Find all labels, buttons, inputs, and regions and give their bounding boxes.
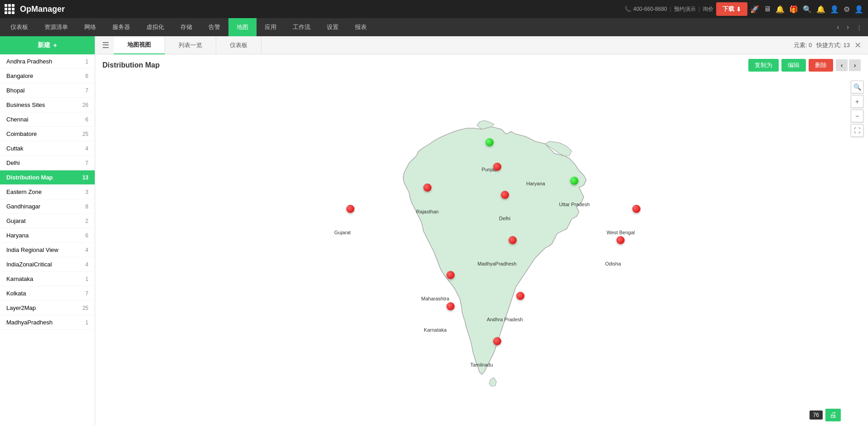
edit-button[interactable]: 编辑 — [781, 59, 806, 72]
sidebar-item-kolkata[interactable]: Kolkata 7 — [0, 286, 95, 301]
sidebar-item-andhra[interactable]: Andhra Pradhesh 1 — [0, 54, 95, 69]
map-fullscreen-button[interactable]: ⛶ — [851, 124, 863, 137]
notification-icon[interactable]: 🔔 — [816, 5, 825, 14]
nav-report[interactable]: 报表 — [347, 18, 375, 36]
sidebar-item-gujarat[interactable]: Gujarat 2 — [0, 214, 95, 228]
sidebar-item-madhya[interactable]: MadhyaPradhesh 1 — [0, 315, 95, 330]
sidebar-item-bhopal[interactable]: Bhopal 7 — [0, 83, 95, 98]
phone-info: 📞 400-660-8680 — [625, 6, 667, 12]
sidebar-item-gandhinagar[interactable]: Gandhinagar 8 — [0, 199, 95, 214]
item-count: 1 — [85, 319, 88, 326]
item-name: Karnataka — [6, 275, 33, 282]
download-button[interactable]: 下载 ⬇ — [716, 2, 747, 16]
item-count: 13 — [82, 174, 88, 181]
rocket-icon[interactable]: 🚀 — [750, 5, 759, 14]
sidebar-item-cuttak[interactable]: Cuttak 4 — [0, 141, 95, 156]
dot-gujarat[interactable] — [346, 205, 354, 213]
sidebar-item-bangalore[interactable]: Bangalore 6 — [0, 69, 95, 83]
map-search-button[interactable]: 🔍 — [851, 81, 863, 93]
sidebar-item-india-zonal[interactable]: IndiaZonalCritical 4 — [0, 257, 95, 272]
nav-dashboard[interactable]: 仪表板 — [2, 18, 36, 36]
tabs-right: 元素: 0 快捷方式: 13 ✕ — [794, 40, 866, 50]
nav-resources[interactable]: 资源清单 — [36, 18, 76, 36]
tab-map-view[interactable]: 地图视图 — [114, 36, 165, 54]
nav-app[interactable]: 应用 — [257, 18, 285, 36]
nav-next-icon[interactable]: › — [843, 23, 853, 31]
tabs-bar: ☰ 地图视图 列表一览 仪表板 元素: 0 快捷方式: 13 ✕ — [95, 36, 868, 54]
nav-workflow[interactable]: 工作流 — [285, 18, 319, 36]
copy-button[interactable]: 复制为 — [748, 59, 779, 72]
nav-bar: 仪表板 资源清单 网络 服务器 虚拟化 存储 告警 地图 应用 工作流 设置 报… — [0, 18, 868, 36]
nav-settings[interactable]: 设置 — [319, 18, 347, 36]
delete-button[interactable]: 删除 — [809, 59, 833, 72]
item-count: 7 — [85, 87, 88, 94]
dot-odisha[interactable] — [616, 236, 625, 244]
dot-up[interactable] — [570, 177, 578, 185]
nav-storage[interactable]: 存储 — [172, 18, 200, 36]
tab-list-view[interactable]: 列表一览 — [165, 36, 216, 54]
dot-karnataka[interactable] — [446, 302, 455, 310]
map-zoom-in-button[interactable]: + — [851, 95, 863, 108]
nav-network[interactable]: 网络 — [76, 18, 104, 36]
search-icon[interactable]: 🔍 — [803, 5, 812, 14]
map-zoom-out-button[interactable]: − — [851, 110, 863, 122]
app-title: OpManager — [20, 5, 65, 14]
nav-server[interactable]: 服务器 — [104, 18, 138, 36]
sidebar-item-delhi[interactable]: Delhi 7 — [0, 156, 95, 170]
map-container[interactable]: Punjab Haryana Rajasthan Uttar Pradesh D… — [95, 76, 868, 425]
map-nav-arrows: ‹ › — [836, 59, 861, 71]
nav-alert[interactable]: 告警 — [200, 18, 228, 36]
trial-link[interactable]: 预约演示 — [674, 5, 696, 13]
map-next-button[interactable]: › — [849, 59, 861, 71]
item-name: Andhra Pradhesh — [6, 58, 52, 65]
bell-icon[interactable]: 🔔 — [776, 5, 785, 14]
dot-delhi[interactable] — [501, 191, 509, 199]
item-count: 6 — [85, 116, 88, 123]
dot-punjab[interactable] — [485, 138, 494, 146]
avatar-icon[interactable]: 👤 — [854, 5, 863, 14]
item-count: 6 — [85, 232, 88, 239]
sidebar-item-karnataka[interactable]: Karnataka 1 — [0, 272, 95, 286]
dot-tamilnadu[interactable] — [493, 337, 501, 345]
sidebar-list: Andhra Pradhesh 1 Bangalore 6 Bhopal 7 B… — [0, 54, 95, 425]
new-label: 新建 — [38, 41, 50, 49]
dot-wb[interactable] — [632, 205, 640, 213]
nav-more-icon[interactable]: ⋮ — [853, 24, 866, 31]
sidebar-item-chennai[interactable]: Chennai 6 — [0, 112, 95, 127]
dot-haryana[interactable] — [493, 163, 501, 171]
sidebar-item-eastern[interactable]: Eastern Zone 3 — [0, 185, 95, 199]
tab-list-label: 列表一览 — [179, 41, 202, 49]
dot-maharashtra[interactable] — [446, 271, 455, 279]
gift-icon[interactable]: 🎁 — [789, 5, 798, 14]
tab-back-icon[interactable]: ☰ — [97, 40, 114, 50]
grid-icon — [5, 4, 15, 14]
item-name: Coimbatore — [6, 130, 37, 137]
sidebar-item-haryana[interactable]: Haryana 6 — [0, 228, 95, 243]
nav-map[interactable]: 地图 — [228, 18, 257, 36]
nav-prev-icon[interactable]: ‹ — [833, 23, 843, 31]
dot-ap[interactable] — [516, 292, 524, 300]
nav-virtual[interactable]: 虚拟化 — [138, 18, 172, 36]
item-count: 2 — [85, 218, 88, 224]
new-button[interactable]: 新建 + — [0, 36, 95, 54]
settings-icon[interactable]: ⚙ — [844, 5, 850, 14]
monitor-icon[interactable]: 🖥 — [764, 5, 771, 13]
phone-number: 400-660-8680 — [633, 6, 667, 12]
map-prev-button[interactable]: ‹ — [836, 59, 848, 71]
print-button[interactable]: 🖨 — [825, 409, 841, 421]
map-area: Distribution Map 复制为 编辑 删除 ‹ › — [95, 54, 868, 425]
user-icon[interactable]: 👤 — [830, 5, 839, 14]
map-header: Distribution Map 复制为 编辑 删除 ‹ › — [95, 54, 868, 76]
sidebar-item-india-regional[interactable]: India Regional View 4 — [0, 243, 95, 257]
pricing-link[interactable]: 询价 — [703, 5, 713, 13]
sidebar-item-business[interactable]: Business Sites 26 — [0, 98, 95, 112]
sidebar-item-distribution[interactable]: Distribution Map 13 — [0, 170, 95, 185]
tab-dashboard[interactable]: 仪表板 — [216, 36, 262, 54]
sidebar-item-layer2[interactable]: Layer2Map 25 — [0, 301, 95, 315]
divider: | — [670, 6, 671, 12]
dot-mp[interactable] — [509, 236, 517, 244]
nav-right: ‹ › ⋮ — [833, 23, 866, 31]
close-icon[interactable]: ✕ — [854, 40, 861, 50]
dot-rajasthan[interactable] — [423, 184, 432, 192]
sidebar-item-coimbatore[interactable]: Coimbatore 25 — [0, 127, 95, 141]
